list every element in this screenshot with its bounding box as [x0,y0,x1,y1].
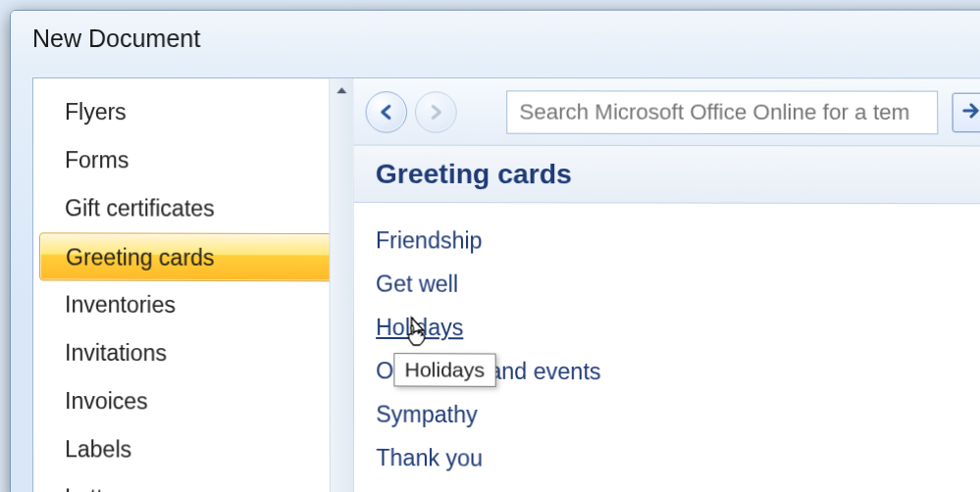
sidebar-item-invoices[interactable]: Invoices [33,377,353,427]
sidebar-item-forms[interactable]: Forms [33,136,353,185]
sidebar-item-label: Gift certificates [65,195,215,221]
scroll-up-arrow-icon[interactable] [330,78,352,102]
category-heading-bar: Greeting cards [354,146,980,205]
dialog-titlebar: New Document [11,11,980,71]
sidebar-item-label: Invitations [65,340,167,367]
arrow-right-icon [427,103,444,121]
dialog-content: Flyers Forms Gift certificates Greeting … [32,77,980,492]
subcategory-link-holidays[interactable]: Holidays [376,306,463,350]
main-toolbar [353,78,980,146]
subcategory-link-get-well[interactable]: Get well [376,262,458,306]
sidebar-item-label: Letters [65,484,134,492]
sidebar-item-label: Forms [65,147,129,172]
arrow-right-icon [962,102,980,122]
nav-forward-button[interactable] [415,91,457,132]
sidebar-item-label: Labels [65,436,131,462]
sidebar-scrollbar[interactable] [329,78,353,492]
sidebar-item-letters[interactable]: Letters [33,473,353,492]
sidebar-item-label: Flyers [65,99,127,124]
sidebar-item-flyers[interactable]: Flyers [33,88,353,136]
sidebar-item-inventories[interactable]: Inventories [33,280,353,329]
category-heading: Greeting cards [376,158,572,190]
svg-marker-0 [336,87,346,93]
sidebar-list: Flyers Forms Gift certificates Greeting … [33,78,353,492]
arrow-left-icon [378,103,395,121]
search-input[interactable] [519,99,931,125]
sidebar-item-label: Greeting cards [66,244,214,271]
new-document-dialog: New Document Flyers Forms Gift certifica… [10,10,980,492]
subcategory-link-friendship[interactable]: Friendship [376,219,483,263]
dialog-title: New Document [32,25,200,52]
search-box[interactable] [506,90,938,134]
main-panel: Greeting cards Friendship Get well Holid… [353,78,980,492]
subcategory-link-thank-you[interactable]: Thank you [376,436,483,480]
sidebar-item-label: Invoices [65,388,148,415]
sidebar-item-invitations[interactable]: Invitations [33,329,353,379]
subcategory-link-sympathy[interactable]: Sympathy [376,392,478,436]
subcategory-link-occasions-and-events[interactable]: Occasions and events [376,349,600,393]
sidebar-item-labels[interactable]: Labels [33,425,353,475]
sidebar-item-gift-certificates[interactable]: Gift certificates [33,184,353,233]
nav-back-button[interactable] [366,91,407,132]
sidebar-item-label: Inventories [65,292,176,318]
search-go-button[interactable] [952,92,980,132]
subcategory-list: Friendship Get well Holidays Occasions a… [354,203,980,483]
template-category-sidebar: Flyers Forms Gift certificates Greeting … [33,78,354,492]
sidebar-item-greeting-cards[interactable]: Greeting cards [39,232,347,281]
